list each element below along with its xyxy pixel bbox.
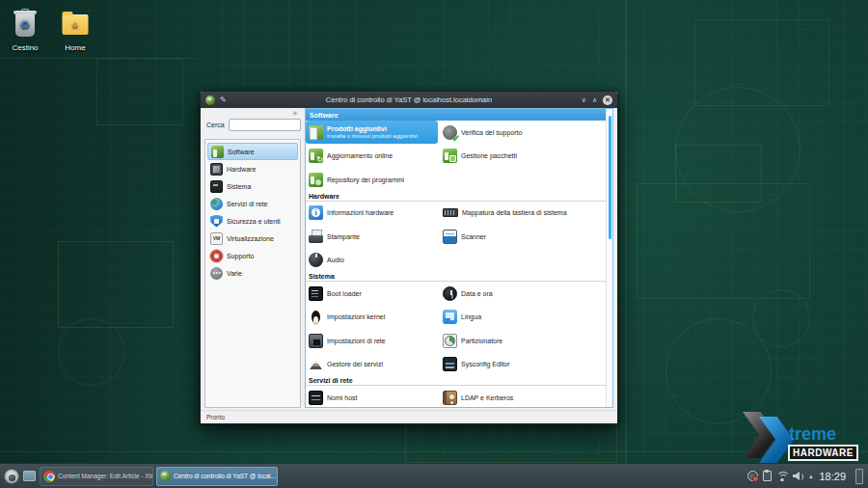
taskbar-button-centro-di-controllo[interactable]: Centro di controllo di YaST @ local... <box>156 467 278 486</box>
volume-icon[interactable] <box>793 471 804 481</box>
clipboard-icon[interactable] <box>763 471 772 481</box>
printer-icon <box>309 230 323 244</box>
package-manager-icon <box>443 149 457 163</box>
module-impostazioni-di-rete[interactable]: Impostazioni di rete <box>306 329 440 353</box>
side-software-icon <box>211 146 224 158</box>
module-text: Prodotti aggiuntiviInstalla o rimuovi pr… <box>327 125 418 139</box>
module-scanner[interactable]: Scanner <box>440 225 606 249</box>
module-text: Audio <box>327 257 344 263</box>
module-repository-dei-programmi[interactable]: Repository dei programmi <box>306 168 440 192</box>
module-gestione-pacchetti[interactable]: Gestione pacchetti <box>440 145 606 169</box>
side-hardware-icon <box>210 163 223 176</box>
sidebar-item-sicurezza-e-utenti[interactable]: Sicurezza e utenti <box>207 212 298 230</box>
titlebar[interactable]: ✎ Centro di controllo di YaST @ localhos… <box>201 92 617 108</box>
sidebar-item-label: Servizi di rete <box>227 201 267 207</box>
yast-control-center-window: ✎ Centro di controllo di YaST @ localhos… <box>200 91 618 424</box>
sidebar-item-supporto[interactable]: Supporto <box>207 247 298 264</box>
sidebar-item-label: Virtualizzazione <box>227 235 274 242</box>
language-icon <box>443 310 457 324</box>
app-launcher-icon[interactable] <box>4 469 19 484</box>
desktop-icon-label: Home <box>44 43 106 52</box>
module-text: Impostazioni di rete <box>327 338 386 344</box>
module-title: Gestione pacchetti <box>461 152 517 159</box>
close-button[interactable]: ✕ <box>603 95 612 105</box>
module-nomi-host[interactable]: Nomi host <box>306 386 440 407</box>
background-decoration <box>675 145 762 203</box>
task-buttons: Content Manager: Edit Article - Xtr...Ce… <box>40 467 278 486</box>
clock[interactable]: 18:29 <box>819 471 846 482</box>
module-title: Aggiornamento online <box>327 152 393 159</box>
module-impostazioni-kernel[interactable]: Impostazioni kernel <box>306 306 440 330</box>
xtreme-hardware-logo: treme HARDWARE <box>743 412 866 464</box>
section-header-servizi-di-rete: Servizi di rete <box>306 376 606 386</box>
module-stampante[interactable]: Stampante <box>306 225 440 249</box>
chrome-icon <box>43 471 55 482</box>
sidebar-list: SoftwareHardwareSistemaServizi di reteSi… <box>204 139 301 408</box>
pin-icon[interactable]: ✎ <box>220 96 227 104</box>
statusbar: Pronto <box>201 410 617 423</box>
show-desktop-button[interactable] <box>855 469 863 484</box>
module-sysconfig-editor[interactable]: Sysconfig Editor <box>440 353 606 377</box>
scrollbar[interactable] <box>606 109 612 407</box>
module-panel: SoftwareProdotti aggiuntiviInstalla o ri… <box>305 108 613 408</box>
desktop-pager[interactable] <box>23 471 36 481</box>
module-text: Mappatura della tastiera di sistema <box>462 209 567 216</box>
module-title: Gestore dei servizi <box>327 361 383 367</box>
background-decoration <box>625 0 627 463</box>
module-prodotti-aggiuntivi[interactable]: Prodotti aggiuntiviInstalla o rimuovi pr… <box>306 121 438 144</box>
module-audio[interactable]: Audio <box>306 249 440 273</box>
module-text: Informazioni hardware <box>327 209 393 216</box>
module-text: Sysconfig Editor <box>461 361 510 367</box>
section-grid: Informazioni hardwareMappatura della tas… <box>306 202 606 273</box>
module-title: Lingua <box>461 313 481 320</box>
sidebar-item-virtualizzazione[interactable]: Virtualizzazione <box>207 230 298 247</box>
wifi-icon[interactable] <box>776 472 788 481</box>
module-text: Verifica del supporto <box>461 129 522 136</box>
module-title: Boot loader <box>327 290 362 297</box>
maximize-button[interactable]: ∧ <box>592 96 597 103</box>
desktop-icon-home[interactable]: ⌂ Home <box>44 8 106 52</box>
home-folder-icon: ⌂ <box>44 8 106 41</box>
sidebar-item-label: Sicurezza e utenti <box>227 218 281 225</box>
module-ldap-e-kerberos[interactable]: LDAP e Kerberos <box>440 386 606 407</box>
date-time-icon <box>443 286 457 301</box>
sidebar-item-hardware[interactable]: Hardware <box>207 160 298 177</box>
module-text: Nomi host <box>327 394 358 401</box>
side-support-icon <box>210 250 223 262</box>
sidebar-item-servizi-di-rete[interactable]: Servizi di rete <box>207 195 298 212</box>
keyboard-layout-icon <box>443 208 458 217</box>
taskbar-button-content-manager-edi[interactable]: Content Manager: Edit Article - Xtr... <box>40 467 153 486</box>
module-subtitle: Installa o rimuovi prodotti aggiuntivi <box>327 133 418 139</box>
section-grid: Nomi hostLDAP e Kerberos <box>306 386 606 407</box>
module-data-e-ora[interactable]: Data e ora <box>440 282 606 306</box>
module-title: Data e ora <box>461 290 493 297</box>
sidebar-item-sistema[interactable]: Sistema <box>207 177 298 195</box>
settings-gear-icon[interactable]: ✳ <box>292 110 298 117</box>
module-title: Partizionatore <box>461 338 502 344</box>
network-settings-icon <box>309 334 323 348</box>
background-decoration <box>665 318 772 424</box>
module-title: Verifica del supporto <box>461 129 522 136</box>
module-informazioni-hardware[interactable]: Informazioni hardware <box>306 202 440 226</box>
sidebar-item-software[interactable]: Software <box>207 143 298 160</box>
module-lingua[interactable]: Lingua <box>440 306 606 330</box>
module-title: Impostazioni kernel <box>327 313 385 320</box>
update-notifier-icon[interactable] <box>747 471 758 481</box>
scrollbar-thumb[interactable] <box>609 116 611 239</box>
caret-up-icon[interactable]: ▴ <box>809 473 813 479</box>
minimize-button[interactable]: ∨ <box>582 96 586 103</box>
sidebar-item-varie[interactable]: Varie <box>207 264 298 282</box>
services-manager-icon <box>309 357 323 371</box>
module-gestore-dei-servizi[interactable]: Gestore dei servizi <box>306 353 440 377</box>
module-aggiornamento-online[interactable]: Aggiornamento online <box>306 145 440 169</box>
module-mappatura-della-tastiera-di-sistema[interactable]: Mappatura della tastiera di sistema <box>440 202 606 226</box>
background-decoration <box>0 451 868 452</box>
module-boot-loader[interactable]: Boot loader <box>306 282 440 306</box>
kernel-settings-icon <box>309 310 323 324</box>
module-verifica-del-supporto[interactable]: Verifica del supporto <box>440 121 606 145</box>
audio-icon <box>309 253 323 267</box>
module-partizionatore[interactable]: Partizionatore <box>440 329 606 353</box>
sidebar-item-label: Sistema <box>227 183 251 190</box>
search-input[interactable] <box>229 119 301 131</box>
addon-products-icon <box>309 125 323 140</box>
